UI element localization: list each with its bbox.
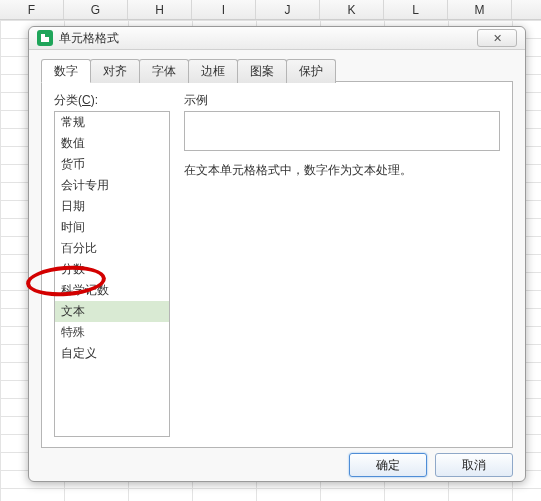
column-header[interactable]: L (384, 0, 448, 19)
dialog-body: 数字对齐字体边框图案保护 分类(C): 常规数值货币会计专用日期时间百分比分数科… (29, 50, 525, 448)
tab-5[interactable]: 保护 (286, 59, 336, 83)
list-item[interactable]: 科学记数 (55, 280, 169, 301)
button-bar: 确定 取消 (29, 448, 525, 481)
list-item[interactable]: 常规 (55, 112, 169, 133)
dialog-title: 单元格格式 (59, 30, 477, 47)
list-item[interactable]: 百分比 (55, 238, 169, 259)
tab-strip: 数字对齐字体边框图案保护 (41, 58, 513, 82)
tab-1[interactable]: 对齐 (90, 59, 140, 83)
column-header[interactable]: H (128, 0, 192, 19)
tab-0[interactable]: 数字 (41, 59, 91, 83)
list-item[interactable]: 自定义 (55, 343, 169, 364)
tab-3[interactable]: 边框 (188, 59, 238, 83)
cancel-button[interactable]: 取消 (435, 453, 513, 477)
list-item[interactable]: 数值 (55, 133, 169, 154)
column-header[interactable]: M (448, 0, 512, 19)
column-header[interactable]: F (0, 0, 64, 19)
list-item[interactable]: 日期 (55, 196, 169, 217)
list-item[interactable]: 分数 (55, 259, 169, 280)
column-header[interactable]: J (256, 0, 320, 19)
column-header-row: FGHIJKLM (0, 0, 541, 20)
category-area: 分类(C): 常规数值货币会计专用日期时间百分比分数科学记数文本特殊自定义 (54, 92, 170, 437)
category-label: 分类(C): (54, 92, 170, 109)
sample-label: 示例 (184, 92, 500, 109)
column-header[interactable]: G (64, 0, 128, 19)
sample-box (184, 111, 500, 151)
list-item[interactable]: 文本 (55, 301, 169, 322)
ok-button[interactable]: 确定 (349, 453, 427, 477)
column-header[interactable]: I (192, 0, 256, 19)
column-header[interactable]: K (320, 0, 384, 19)
category-label-suffix: ): (91, 93, 98, 107)
category-label-prefix: 分类( (54, 93, 82, 107)
dialog-titlebar: 单元格格式 ✕ (29, 27, 525, 50)
description-text: 在文本单元格格式中，数字作为文本处理。 (184, 161, 500, 179)
category-label-key: C (82, 93, 91, 107)
detail-area: 示例 在文本单元格格式中，数字作为文本处理。 (184, 92, 500, 437)
list-item[interactable]: 特殊 (55, 322, 169, 343)
list-item[interactable]: 会计专用 (55, 175, 169, 196)
tab-4[interactable]: 图案 (237, 59, 287, 83)
tab-pane-number: 分类(C): 常规数值货币会计专用日期时间百分比分数科学记数文本特殊自定义 示例… (41, 82, 513, 448)
list-item[interactable]: 时间 (55, 217, 169, 238)
tab-2[interactable]: 字体 (139, 59, 189, 83)
list-item[interactable]: 货币 (55, 154, 169, 175)
app-icon (37, 30, 53, 46)
close-button[interactable]: ✕ (477, 29, 517, 47)
category-listbox[interactable]: 常规数值货币会计专用日期时间百分比分数科学记数文本特殊自定义 (54, 111, 170, 437)
close-icon: ✕ (493, 32, 502, 45)
cell-format-dialog: 单元格格式 ✕ 数字对齐字体边框图案保护 分类(C): 常规数值货币会计专用日期… (28, 26, 526, 482)
cancel-button-label: 取消 (462, 458, 486, 472)
ok-button-label: 确定 (376, 458, 400, 472)
